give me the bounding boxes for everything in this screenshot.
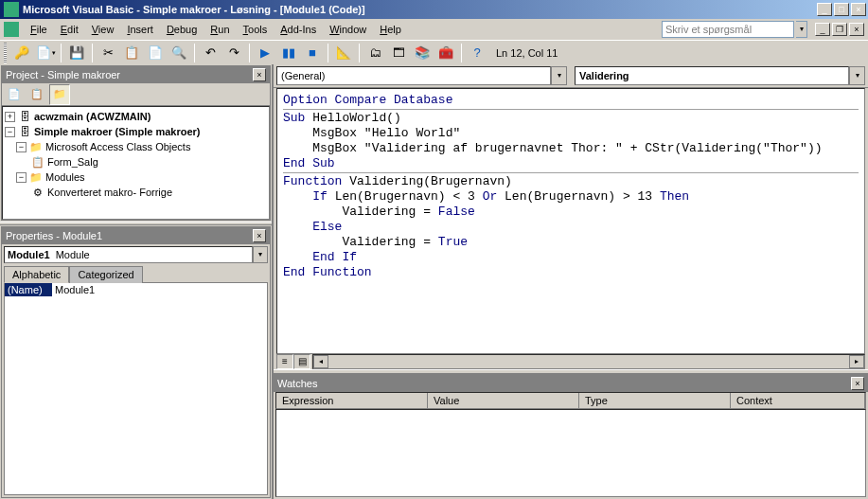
scroll-right-icon[interactable]: ▸	[849, 355, 864, 368]
menu-window[interactable]: Window	[324, 22, 372, 37]
standard-toolbar: 🔑 📄▾ 💾 ✂ 📋 📄 🔍 ↶ ↷ ▶ ▮▮ ■ 📐 🗂 🗔 📚 🧰 ? Ln…	[0, 40, 868, 64]
cursor-position: Ln 12, Col 11	[496, 47, 558, 59]
save-icon[interactable]: 💾	[66, 43, 87, 63]
undo-icon[interactable]: ↶	[200, 43, 221, 63]
menu-help[interactable]: Help	[374, 22, 407, 37]
menubar: File Edit View Insert Debug Run Tools Ad…	[0, 19, 868, 40]
watches-panel: Watches × Expression Value Type Context	[274, 374, 868, 499]
watch-col-context[interactable]: Context	[731, 393, 865, 408]
full-module-view-icon[interactable]: ▤	[293, 354, 310, 369]
toolbar-grip[interactable]	[4, 43, 7, 63]
left-horizontal-splitter[interactable]	[0, 222, 272, 225]
object-combo[interactable]: (General)	[276, 66, 551, 85]
properties-panel-title: Properties - Module1	[6, 230, 102, 241]
reset-icon[interactable]: ■	[302, 43, 323, 63]
code-editor[interactable]: Option Compare DatabaseSub HelloWorld() …	[276, 88, 865, 354]
properties-panel: Properties - Module1 × Module1 Module ▾ …	[1, 226, 271, 498]
watches-body[interactable]	[275, 409, 866, 497]
maximize-button[interactable]: □	[834, 3, 849, 16]
project-panel-close-button[interactable]: ×	[253, 68, 266, 81]
mdi-restore-button[interactable]: ❐	[832, 23, 847, 36]
tree-project-acwzmain[interactable]: +🗄acwzmain (ACWZMAIN)	[5, 109, 267, 124]
procedure-combo-dropdown[interactable]: ▾	[849, 66, 865, 85]
tree-form-salg[interactable]: 📋Form_Salg	[5, 154, 267, 169]
view-access-icon[interactable]: 🔑	[11, 43, 32, 63]
copy-icon[interactable]: 📋	[121, 43, 142, 63]
ask-question-dropdown[interactable]: ▾	[796, 21, 807, 38]
properties-object-combo[interactable]: Module1 Module	[4, 246, 253, 263]
minimize-button[interactable]: _	[817, 3, 832, 16]
watches-header: Expression Value Type Context	[275, 392, 866, 409]
watch-col-type[interactable]: Type	[579, 393, 731, 408]
close-button[interactable]: ×	[851, 3, 866, 16]
mdi-icon	[4, 22, 19, 37]
mdi-minimize-button[interactable]: _	[815, 23, 830, 36]
view-code-icon[interactable]: 📄	[4, 84, 25, 105]
window-title: Microsoft Visual Basic - Simple makroer …	[23, 4, 817, 15]
mdi-close-button[interactable]: ×	[849, 23, 864, 36]
menu-run[interactable]: Run	[204, 22, 235, 37]
properties-grid[interactable]: (Name) Module1	[4, 282, 268, 495]
help-icon[interactable]: ?	[467, 43, 487, 63]
project-explorer-panel: Project - Simple makroer × 📄 📋 📁 +🗄acwzm…	[1, 65, 271, 221]
tree-folder-modules[interactable]: −📁Modules	[5, 169, 267, 185]
toolbox-icon[interactable]: 🧰	[435, 43, 456, 63]
tree-folder-class-objects[interactable]: −📁Microsoft Access Class Objects	[5, 139, 267, 154]
project-panel-title: Project - Simple makroer	[6, 69, 120, 80]
project-explorer-icon[interactable]: 🗂	[364, 43, 385, 63]
prop-name-cell[interactable]: (Name)	[5, 283, 52, 296]
window-titlebar: Microsoft Visual Basic - Simple makroer …	[0, 0, 868, 19]
run-icon[interactable]: ▶	[255, 43, 275, 63]
object-browser-icon[interactable]: 📚	[412, 43, 433, 63]
menu-debug[interactable]: Debug	[161, 22, 203, 37]
procedure-view-icon[interactable]: ≡	[276, 354, 293, 369]
insert-dropdown-icon[interactable]: 📄▾	[35, 43, 56, 63]
tab-alphabetic[interactable]: Alphabetic	[4, 266, 69, 283]
project-tree[interactable]: +🗄acwzmain (ACWZMAIN) −🗄Simple makroer (…	[2, 106, 270, 220]
tab-categorized[interactable]: Categorized	[69, 266, 142, 283]
object-combo-dropdown[interactable]: ▾	[551, 66, 567, 85]
tree-project-simple-makroer[interactable]: −🗄Simple makroer (Simple makroer)	[5, 124, 267, 139]
design-mode-icon[interactable]: 📐	[333, 43, 354, 63]
watch-col-value[interactable]: Value	[428, 393, 579, 408]
menu-tools[interactable]: Tools	[238, 22, 274, 37]
app-icon	[4, 2, 19, 17]
scroll-left-icon[interactable]: ◂	[313, 355, 328, 368]
procedure-combo[interactable]: Validering	[575, 66, 849, 85]
view-object-icon[interactable]: 📋	[27, 84, 47, 105]
tree-module-konverteret[interactable]: ⚙Konverteret makro- Forrige	[5, 185, 267, 200]
properties-window-icon[interactable]: 🗔	[388, 43, 409, 63]
menu-addins[interactable]: Add-Ins	[275, 22, 322, 37]
ask-question-input[interactable]: Skriv et spørgsmål	[662, 21, 794, 38]
prop-value-cell[interactable]: Module1	[52, 283, 267, 296]
redo-icon[interactable]: ↷	[223, 43, 244, 63]
watch-col-expression[interactable]: Expression	[276, 393, 428, 408]
menu-insert[interactable]: Insert	[121, 22, 159, 37]
toggle-folders-icon[interactable]: 📁	[49, 84, 70, 105]
cut-icon[interactable]: ✂	[97, 43, 118, 63]
menu-view[interactable]: View	[86, 22, 120, 37]
properties-panel-close-button[interactable]: ×	[253, 229, 266, 242]
properties-object-dropdown[interactable]: ▾	[253, 246, 268, 263]
find-icon[interactable]: 🔍	[168, 43, 189, 63]
menu-edit[interactable]: Edit	[55, 22, 84, 37]
watches-title: Watches	[277, 378, 317, 389]
break-icon[interactable]: ▮▮	[278, 43, 299, 63]
menu-file[interactable]: File	[25, 22, 53, 37]
paste-icon[interactable]: 📄	[145, 43, 166, 63]
ask-placeholder: Skriv et spørgsmål	[665, 24, 752, 35]
horizontal-scrollbar[interactable]: ◂ ▸	[312, 354, 865, 369]
watches-close-button[interactable]: ×	[851, 377, 864, 390]
